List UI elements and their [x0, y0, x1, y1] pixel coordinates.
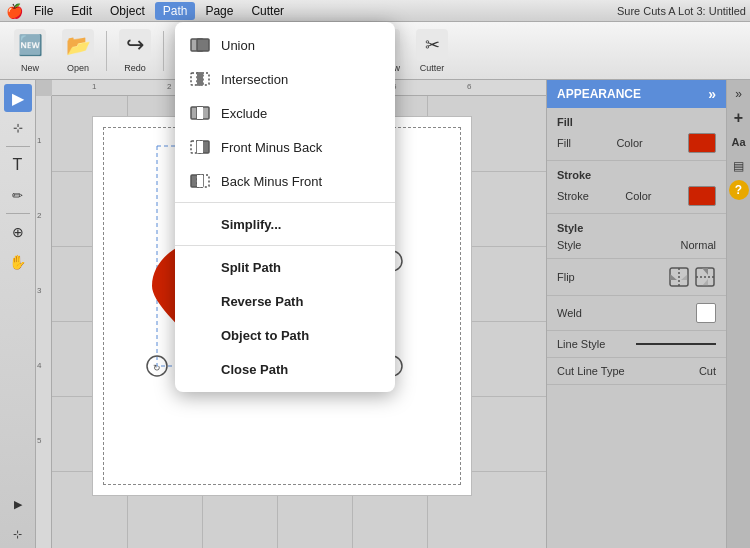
exclude-icon: [189, 102, 211, 124]
pen-tool[interactable]: ✏: [4, 181, 32, 209]
line-style-section: Line Style: [547, 331, 726, 358]
select-tool[interactable]: ▶: [4, 84, 32, 112]
intersection-icon: [189, 68, 211, 90]
cut-line-row: Cut Line Type Cut: [557, 362, 716, 380]
object-to-path-menu-item[interactable]: Object to Path: [175, 318, 395, 352]
flip-horizontal-icon[interactable]: [668, 266, 690, 288]
apple-menu[interactable]: 🍎: [4, 1, 24, 21]
close-path-menu-item[interactable]: Close Path: [175, 352, 395, 386]
menu-page[interactable]: Page: [197, 2, 241, 20]
arrow-tool-bottom[interactable]: ▶: [4, 490, 32, 518]
open-button[interactable]: 📂 Open: [56, 26, 100, 76]
direct-select-tool[interactable]: ⊹: [4, 114, 32, 142]
cut-line-section: Cut Line Type Cut: [547, 358, 726, 385]
style-label: Style: [557, 218, 716, 236]
svg-rect-21: [197, 73, 203, 85]
union-menu-item[interactable]: Union: [175, 28, 395, 62]
stroke-color-swatch[interactable]: [688, 186, 716, 206]
weld-section: Weld: [547, 296, 726, 331]
flip-vertical-icon[interactable]: [694, 266, 716, 288]
menu-cutter[interactable]: Cutter: [243, 2, 292, 20]
flip-row: Flip: [557, 263, 716, 291]
cut-line-value: Cut: [699, 365, 716, 377]
text-tool[interactable]: T: [4, 151, 32, 179]
redo-button[interactable]: ↪ Redo: [113, 26, 157, 76]
cutter-button[interactable]: ✂ Cutter: [410, 26, 454, 76]
menu-bar: 🍎 File Edit Object Path Page Cutter Sure…: [0, 0, 750, 22]
reverse-path-menu-item[interactable]: Reverse Path: [175, 284, 395, 318]
stroke-row: Stroke Color: [557, 183, 716, 209]
intersection-menu-item[interactable]: Intersection: [175, 62, 395, 96]
split-path-menu-item[interactable]: Split Path: [175, 250, 395, 284]
dropdown-separator-1: [175, 202, 395, 203]
right-icons-panel: » + Aa ▤ ?: [726, 80, 750, 548]
line-style-preview: [636, 343, 716, 345]
union-icon: [189, 34, 211, 56]
layers-icon[interactable]: ▤: [729, 156, 749, 176]
fill-row: Fill Color: [557, 130, 716, 156]
split-path-icon: [189, 256, 211, 278]
style-row: Style Normal: [557, 236, 716, 254]
front-minus-back-icon: [189, 136, 211, 158]
text-format-icon[interactable]: Aa: [729, 132, 749, 152]
front-minus-back-menu-item[interactable]: Front Minus Back: [175, 130, 395, 164]
tool-separator: [6, 146, 30, 147]
zoom-tool[interactable]: ⊕: [4, 218, 32, 246]
toolbar-separator: [106, 31, 107, 71]
menu-edit[interactable]: Edit: [63, 2, 100, 20]
redo-icon: ↪: [119, 29, 151, 61]
style-section: Style Style Normal: [547, 214, 726, 259]
menu-object[interactable]: Object: [102, 2, 153, 20]
close-path-icon: [189, 358, 211, 380]
expand-icon[interactable]: »: [708, 86, 716, 102]
hand-tool[interactable]: ✋: [4, 248, 32, 276]
fill-color-swatch[interactable]: [688, 133, 716, 153]
dropdown-separator-2: [175, 245, 395, 246]
menu-file[interactable]: File: [26, 2, 61, 20]
ruler-left: 1 2 3 4 5: [36, 96, 52, 548]
object-to-path-icon: [189, 324, 211, 346]
menu-path[interactable]: Path: [155, 2, 196, 20]
add-icon[interactable]: +: [729, 108, 749, 128]
flip-section: Flip: [547, 259, 726, 296]
weld-row: Weld: [557, 300, 716, 326]
fill-section: Fill Fill Color: [547, 108, 726, 161]
new-button[interactable]: 🆕 New: [8, 26, 52, 76]
fill-label: Fill: [557, 112, 716, 130]
toolbar-separator-2: [163, 31, 164, 71]
svg-rect-27: [197, 141, 203, 153]
exclude-menu-item[interactable]: Exclude: [175, 96, 395, 130]
svg-rect-30: [197, 175, 203, 187]
svg-text:↻: ↻: [153, 363, 161, 373]
collapse-icon[interactable]: »: [729, 84, 749, 104]
back-minus-front-menu-item[interactable]: Back Minus Front: [175, 164, 395, 198]
app-title: Sure Cuts A Lot 3: Untitled: [617, 5, 746, 17]
cutter-icon: ✂: [416, 29, 448, 61]
reverse-path-icon: [189, 290, 211, 312]
style-value: Normal: [681, 239, 716, 251]
simplify-icon: [189, 213, 211, 235]
stroke-label: Stroke: [557, 165, 716, 183]
line-style-row: Line Style: [557, 335, 716, 353]
right-panel: APPEARANCE » Fill Fill Color Stroke Stro…: [546, 80, 726, 548]
help-icon[interactable]: ?: [729, 180, 749, 200]
new-icon: 🆕: [14, 29, 46, 61]
back-minus-front-icon: [189, 170, 211, 192]
svg-rect-18: [197, 39, 209, 51]
weld-checkbox[interactable]: [696, 303, 716, 323]
open-icon: 📂: [62, 29, 94, 61]
node-tool-bottom[interactable]: ⊹: [4, 520, 32, 548]
tool-separator-2: [6, 213, 30, 214]
appearance-header: APPEARANCE »: [547, 80, 726, 108]
simplify-menu-item[interactable]: Simplify...: [175, 207, 395, 241]
path-dropdown-menu: Union Intersection Exclude Front Minus B…: [175, 22, 395, 392]
stroke-section: Stroke Stroke Color: [547, 161, 726, 214]
left-tools-panel: ▶ ⊹ T ✏ ⊕ ✋ ▶ ⊹: [0, 80, 36, 548]
svg-rect-24: [197, 107, 203, 119]
